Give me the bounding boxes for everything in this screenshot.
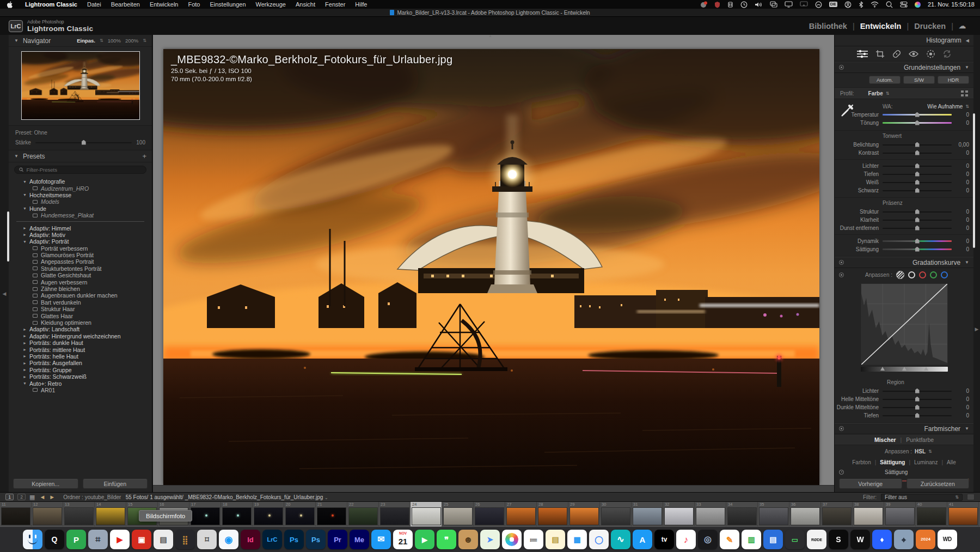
strength-slider[interactable] [35, 142, 132, 143]
filmstrip-cell-26[interactable]: 26 [474, 502, 505, 526]
slider-knob[interactable] [915, 389, 920, 393]
filmstrip-cell-12[interactable]: 12 [32, 502, 63, 526]
dock-screenshot-app[interactable]: ⌑ [197, 530, 217, 549]
filmstrip-thumbnail[interactable] [633, 507, 662, 525]
curve-panel-toggle[interactable] [839, 260, 844, 265]
slider-track[interactable] [883, 174, 952, 175]
filmstrip-cell-14[interactable]: 14 [95, 502, 126, 526]
dock-rode[interactable]: RØDE [807, 530, 826, 549]
filmstrip-thumbnail[interactable] [222, 507, 252, 525]
slider-track[interactable] [883, 415, 952, 416]
filmstrip-cell-29[interactable]: 29 [568, 502, 600, 526]
filmstrip-cell-18[interactable]: 18 [221, 502, 253, 526]
mixer-mode-farbton[interactable]: Farbton [852, 459, 871, 465]
dock-music[interactable]: ♪ [676, 530, 696, 549]
volume-icon[interactable] [755, 1, 763, 8]
filmstrip-thumbnail[interactable] [601, 507, 630, 525]
keyboard-layout-badge[interactable]: DE [829, 2, 837, 7]
develop-toolbar[interactable] [153, 485, 834, 492]
dock-printer-app[interactable]: ▤ [154, 530, 173, 549]
filmstrip-cell-33[interactable]: 33 [695, 502, 726, 526]
filmstrip-thumbnail[interactable] [885, 507, 915, 525]
siri-icon[interactable] [915, 2, 921, 8]
dock-facetime[interactable]: ▶ [415, 530, 434, 549]
sync-tool-icon[interactable] [942, 50, 952, 58]
slider-knob[interactable] [915, 180, 920, 185]
mixer-adjust-value[interactable]: HSL [915, 448, 926, 454]
presets-header[interactable]: ▼ Presets + [9, 150, 152, 162]
dock-charts-app[interactable]: ▥ [742, 530, 761, 549]
utility-app-icon[interactable] [727, 1, 733, 8]
dock-pencil-app[interactable]: ✎ [720, 530, 739, 549]
dock-notes[interactable]: ▤ [546, 530, 565, 549]
filmstrip-thumbnail[interactable] [285, 507, 315, 525]
strength-slider-knob[interactable] [82, 140, 86, 145]
preset-group[interactable]: ►Porträts: Ausgefallen [9, 360, 152, 366]
filmstrip-cell-38[interactable]: 38 [853, 502, 884, 526]
masking-tool-icon[interactable] [926, 50, 935, 58]
navigator-preview[interactable] [21, 51, 140, 120]
slider-track[interactable] [883, 182, 952, 183]
right-panel-scrollbar[interactable] [973, 113, 975, 248]
dock-keynote-like-app[interactable]: ▦ [567, 530, 587, 549]
preset-item[interactable]: Augen verbessern [9, 278, 152, 285]
slider-track[interactable] [883, 391, 952, 392]
filmstrip-thumbnail[interactable] [317, 507, 346, 525]
filmstrip-thumbnail[interactable] [412, 507, 441, 525]
grid-view-icon[interactable]: ▦ [29, 494, 35, 501]
dock-keypad-app[interactable]: ⌗ [88, 530, 108, 549]
filmstrip-thumbnail[interactable] [64, 507, 94, 525]
slider-knob[interactable] [915, 142, 920, 147]
curve-target-toggle[interactable] [839, 272, 844, 277]
slider-knob[interactable] [915, 209, 920, 214]
right-panel-collapse-strip[interactable]: ▶ [973, 35, 980, 492]
healing-tool-icon[interactable] [892, 50, 901, 58]
preset-group[interactable]: ▼Auto+: Retro [9, 380, 152, 386]
curve-channel-green-icon[interactable] [930, 271, 937, 278]
dock-white-circle-app[interactable]: ◯ [589, 530, 609, 549]
menu-item-entwickeln[interactable]: Entwickeln [145, 1, 183, 8]
mixer-mode-sättigung[interactable]: Sättigung [880, 459, 905, 465]
filmstrip-cell-37[interactable]: 37 [821, 502, 853, 526]
slider-knob[interactable] [915, 163, 920, 168]
mixer-panel-toggle[interactable] [839, 426, 844, 431]
curve-highlight-split-knob[interactable] [924, 367, 928, 371]
dock-wd-app[interactable]: WD [938, 530, 957, 549]
preset-group[interactable]: ►Adaptiv: Hintergrund weichzeichnen [9, 333, 152, 339]
reset-button[interactable]: Zurücksetzen [906, 478, 970, 489]
preset-group[interactable]: ►Porträts: dunkle Haut [9, 339, 152, 346]
slider-knob[interactable] [915, 239, 920, 244]
dock-reminders[interactable]: ≔ [524, 530, 543, 549]
screen-mirroring-icon[interactable] [800, 1, 808, 8]
dock-photoshop-beta[interactable]: Ps [306, 530, 326, 549]
basic-panel-header[interactable]: Grundeinstellungen ▼ [835, 62, 973, 73]
dock-battery-app[interactable]: ▭ [785, 530, 805, 549]
dock-photoshop[interactable]: Ps [284, 530, 304, 549]
menu-item-lightroom-classic[interactable]: Lightroom Classic [20, 1, 82, 8]
basic-adjust-tool-icon[interactable] [856, 50, 868, 58]
slider-track[interactable] [883, 190, 952, 191]
wb-eyedropper-icon[interactable] [840, 104, 854, 118]
slider-knob[interactable] [915, 226, 920, 230]
mixer-tab-mischer[interactable]: Mischer [874, 436, 896, 443]
window-title-bar[interactable]: Marko_Bilder_LR-v13-3.lrcat - Adobe Phot… [0, 9, 980, 17]
preset-filter-input[interactable] [26, 167, 142, 173]
zoom-100-option[interactable]: 100% [108, 38, 121, 44]
dock-indesign[interactable]: Id [241, 530, 260, 549]
filmstrip-thumbnail[interactable] [380, 507, 409, 525]
filmstrip-thumbnail[interactable] [443, 507, 473, 525]
curve-channel-all-icon[interactable] [908, 271, 915, 278]
preset-group[interactable]: ▼Hochzeitsmesse [9, 192, 152, 198]
preset-item[interactable]: Augenbrauen dunkler machen [9, 292, 152, 299]
preset-group[interactable]: ►Porträts: Gruppe [9, 367, 152, 373]
filmstrip-cell-22[interactable]: 22 [347, 502, 379, 526]
filmstrip-thumbnail[interactable] [33, 507, 62, 525]
slider-track[interactable] [883, 211, 952, 213]
dock-q-app[interactable]: Q [45, 530, 64, 549]
dock-youtube[interactable]: ▶ [110, 530, 130, 549]
zoom-fit-option[interactable]: Einpas. [77, 38, 95, 44]
filmstrip-thumbnail[interactable] [917, 507, 946, 525]
preset-item[interactable]: Glattes Haar [9, 312, 152, 319]
navigator-header[interactable]: ▼ Navigator Einpas.⇅ 100% 200%⇅ [9, 35, 152, 47]
slider-knob[interactable] [915, 172, 920, 177]
